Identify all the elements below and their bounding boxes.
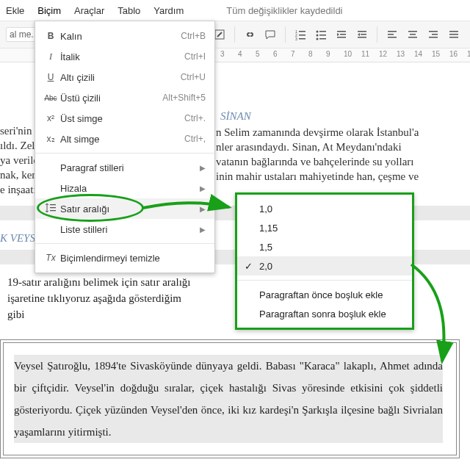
ruler-tick: 10 <box>344 50 352 58</box>
menu-item-italic[interactable]: I İtalik Ctrl+I <box>35 46 214 67</box>
annotation-line: 19-satır aralığını belimek için satır ar… <box>7 276 191 289</box>
svg-rect-6 <box>299 38 306 40</box>
doc-fragment: ya verile <box>0 154 38 167</box>
option-label: Paragraftan sonra boşluk ekle <box>259 309 386 320</box>
svg-rect-13 <box>337 31 346 32</box>
menu-item-underline[interactable]: U Altı çizili Ctrl+U <box>35 67 214 87</box>
menu-item-label: İtalik <box>60 51 184 62</box>
increase-indent-button[interactable] <box>352 25 372 44</box>
ruler-tick: 15 <box>432 50 440 58</box>
svg-rect-30 <box>449 37 458 38</box>
svg-rect-28 <box>449 31 458 32</box>
menu-item-subscript[interactable]: x₂ Alt simge Ctrl+, <box>35 129 214 149</box>
ruler-tick: 14 <box>414 50 422 58</box>
ruler-tick: 3 <box>220 50 225 58</box>
separator <box>285 26 286 43</box>
separator <box>234 26 235 43</box>
menu-item-label: Biçimlendirmeyi temizle <box>60 253 206 264</box>
svg-rect-4 <box>299 35 306 36</box>
menu-item-clear-formatting[interactable]: Tx Biçimlendirmeyi temizle <box>35 248 214 268</box>
annotation-line: gibi <box>7 309 24 321</box>
svg-rect-2 <box>299 31 306 32</box>
menu-item-strikethrough[interactable]: Abc Üstü çizili Alt+Shift+5 <box>35 87 214 108</box>
menubar: Ekle Biçim Araçlar Tablo Yardım Tüm deği… <box>0 0 470 21</box>
svg-text:3: 3 <box>295 37 297 40</box>
option-label: 1,15 <box>259 223 278 234</box>
align-right-button[interactable] <box>424 25 443 44</box>
italic-icon: I <box>41 51 60 62</box>
doc-fragment: ıldı. Zel <box>0 140 35 152</box>
ruler-tick: 4 <box>238 50 242 58</box>
option-label: 2,0 <box>259 261 272 272</box>
menu-item-list-styles[interactable]: Liste stilleri ▶ <box>35 219 214 239</box>
menu-bicim[interactable]: Biçim <box>37 5 61 16</box>
spacing-option-1-15[interactable]: 1,15 <box>237 218 412 237</box>
svg-point-7 <box>317 31 319 33</box>
menu-item-label: Kalın <box>60 31 181 42</box>
option-label: 1,5 <box>259 242 272 253</box>
insert-comment-button[interactable] <box>261 25 280 44</box>
doc-line: n Selim zamanında devşirme olarak İstanb… <box>216 125 419 140</box>
svg-point-11 <box>317 38 319 40</box>
doc-line: inin mahir ustaları mahiyetinde han, çeş… <box>216 169 419 184</box>
menu-item-label: Altı çizili <box>60 72 181 83</box>
doc-heading: SİNAN <box>220 109 251 123</box>
svg-rect-16 <box>358 31 366 32</box>
menu-araclar[interactable]: Araçlar <box>74 5 104 16</box>
doc-fragment: nak, ker <box>0 169 35 181</box>
subscript-icon: x₂ <box>41 134 60 144</box>
menu-yardim[interactable]: Yardım <box>153 5 184 16</box>
doc-fragment: K VEYS <box>0 232 35 245</box>
menu-item-label: Satır aralığı <box>60 203 195 214</box>
spacing-add-before[interactable]: Paragraftan önce boşluk ekle <box>237 285 412 304</box>
svg-rect-32 <box>50 207 56 208</box>
svg-rect-25 <box>429 31 438 32</box>
line-spacing-icon <box>41 202 60 216</box>
save-status: Tüm değişiklikler kaydedildi <box>226 5 342 16</box>
insert-link-button[interactable] <box>240 25 259 44</box>
svg-rect-10 <box>319 35 326 36</box>
decrease-indent-button[interactable] <box>332 25 351 44</box>
menu-divider <box>35 243 214 244</box>
menu-item-paragraph-styles[interactable]: Paragraf stilleri ▶ <box>35 157 214 178</box>
align-justify-button[interactable] <box>444 25 463 44</box>
clear-format-icon: Tx <box>41 253 60 263</box>
svg-rect-15 <box>337 37 346 38</box>
svg-rect-12 <box>319 38 326 40</box>
spacing-option-1-5[interactable]: 1,5 <box>237 237 412 256</box>
doc-line: vatanın bağlarında ve bahçelerinde su yo… <box>216 154 413 169</box>
doc-fragment: e inşaatı <box>0 184 37 196</box>
bulleted-list-button[interactable] <box>311 25 330 44</box>
shortcut: Ctrl+B <box>181 31 206 41</box>
menu-item-align[interactable]: Hizala ▶ <box>35 178 214 198</box>
ruler-tick: 12 <box>379 50 387 58</box>
align-left-button[interactable] <box>383 25 402 44</box>
line-spacing-submenu: 1,0 1,15 1,5 ✓2,0 Paragraftan önce boşlu… <box>235 192 414 330</box>
svg-rect-27 <box>429 37 438 38</box>
align-center-button[interactable] <box>403 25 422 44</box>
numbered-list-button[interactable]: 123 <box>291 25 310 44</box>
doc-line: nler arasındaydı. Sinan, At Meydanı'ndak… <box>216 140 402 154</box>
submenu-arrow-icon: ▶ <box>200 164 206 172</box>
menu-item-line-spacing[interactable]: Satır aralığı ▶ <box>35 198 214 219</box>
menu-item-label: Alt simge <box>60 134 184 145</box>
menu-item-bold[interactable]: B Kalın Ctrl+B <box>35 26 214 46</box>
option-label: 1,0 <box>259 203 272 214</box>
menu-tablo[interactable]: Tablo <box>118 5 140 16</box>
menu-item-label: Paragraf stilleri <box>60 162 195 173</box>
paragraph-box: Veysel Şatıroğlu, 1894'te Sivasköyünde d… <box>0 339 460 458</box>
ruler-tick: 16 <box>449 50 458 58</box>
submenu-arrow-icon: ▶ <box>200 226 206 234</box>
spacing-option-1-0[interactable]: 1,0 <box>237 199 412 218</box>
separator <box>377 26 377 43</box>
menu-ekle[interactable]: Ekle <box>6 5 24 16</box>
menu-item-superscript[interactable]: x² Üst simge Ctrl+. <box>35 108 214 129</box>
svg-rect-18 <box>358 37 366 38</box>
svg-rect-29 <box>449 34 458 35</box>
annotation-line: işaretine tıklıyoruz aşağıda gösterdiğim <box>7 292 181 305</box>
spacing-add-after[interactable]: Paragraftan sonra boşluk ekle <box>237 304 412 323</box>
strikethrough-icon: Abc <box>41 94 60 102</box>
spacing-option-2-0[interactable]: ✓2,0 <box>237 256 412 275</box>
shortcut: Ctrl+, <box>184 134 206 144</box>
menu-item-label: Liste stilleri <box>60 224 195 235</box>
